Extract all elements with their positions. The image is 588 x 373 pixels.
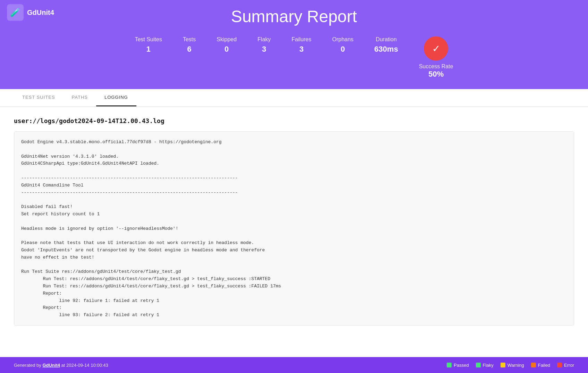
tab-logging[interactable]: LOGGING: [96, 89, 136, 106]
content-area: user://logs/godot2024-09-14T12.00.43.log…: [0, 107, 588, 373]
stat-failures: Failures 3: [292, 36, 311, 54]
failed-label: Failed: [538, 363, 550, 368]
success-rate-value: 50%: [419, 70, 453, 79]
stat-duration-value: 630ms: [374, 45, 398, 54]
tab-paths[interactable]: PATHS: [64, 89, 96, 106]
stat-failures-label: Failures: [292, 36, 311, 43]
stat-flaky: Flaky 3: [258, 36, 271, 54]
generated-at: at 2024-09-14 10:00:43: [61, 363, 108, 368]
footer-generated: Generated by GdUnit4 at 2024-09-14 10:00…: [14, 363, 108, 368]
legend-error: Error: [557, 363, 574, 368]
stat-orphans-value: 0: [332, 45, 353, 54]
log-content[interactable]: Godot Engine v4.3.stable.mono.official.7…: [14, 131, 574, 326]
success-rate-label: Success Rate: [419, 63, 453, 70]
logo-area: 🧪 GdUnit4: [7, 4, 54, 21]
stat-tests-value: 6: [183, 45, 196, 54]
warning-dot: [501, 363, 505, 367]
passed-label: Passed: [454, 363, 469, 368]
stat-flaky-label: Flaky: [258, 36, 271, 43]
legend-passed: Passed: [447, 363, 469, 368]
stat-skipped: Skipped 0: [217, 36, 237, 54]
page-title: Summary Report: [0, 7, 588, 26]
success-rate-circle: ✓: [424, 36, 448, 61]
generated-by-label: Generated by: [14, 363, 41, 368]
footer-legend: Passed Flaky Warning Failed Error: [447, 363, 574, 368]
flaky-dot: [476, 363, 481, 367]
header: 🧪 GdUnit4 Summary Report Test Suites 1 T…: [0, 0, 588, 89]
log-file-path: user://logs/godot2024-09-14T12.00.43.log: [14, 117, 574, 124]
stats-row: Test Suites 1 Tests 6 Skipped 0 Flaky 3 …: [0, 36, 588, 79]
gdunit4-link[interactable]: GdUnit4: [42, 363, 60, 368]
app-name: GdUnit4: [27, 9, 54, 17]
legend-flaky: Flaky: [476, 363, 494, 368]
error-dot: [557, 363, 562, 367]
stat-tests-label: Tests: [183, 36, 196, 43]
legend-failed: Failed: [531, 363, 550, 368]
stat-skipped-value: 0: [217, 45, 237, 54]
logo-icon: 🧪: [7, 4, 24, 21]
stat-orphans: Orphans 0: [332, 36, 353, 54]
flaky-label: Flaky: [483, 363, 494, 368]
legend-warning: Warning: [501, 363, 524, 368]
stat-test-suites-value: 1: [135, 45, 162, 54]
error-label: Error: [564, 363, 574, 368]
failed-dot: [531, 363, 536, 367]
stat-test-suites: Test Suites 1: [135, 36, 162, 54]
checkmark-icon: ✓: [432, 43, 440, 54]
stat-flaky-value: 3: [258, 45, 271, 54]
warning-label: Warning: [507, 363, 524, 368]
stat-success-rate: ✓ Success Rate 50%: [419, 36, 453, 79]
passed-dot: [447, 363, 452, 367]
stat-orphans-label: Orphans: [332, 36, 353, 43]
stat-tests: Tests 6: [183, 36, 196, 54]
stat-test-suites-label: Test Suites: [135, 36, 162, 43]
tab-test-suites[interactable]: TEST SUITES: [14, 89, 64, 106]
stat-failures-value: 3: [292, 45, 311, 54]
stat-duration: Duration 630ms: [374, 36, 398, 54]
tabs-bar: TEST SUITES PATHS LOGGING: [0, 89, 588, 107]
footer: Generated by GdUnit4 at 2024-09-14 10:00…: [0, 357, 588, 373]
stat-duration-label: Duration: [374, 36, 398, 43]
stat-skipped-label: Skipped: [217, 36, 237, 43]
